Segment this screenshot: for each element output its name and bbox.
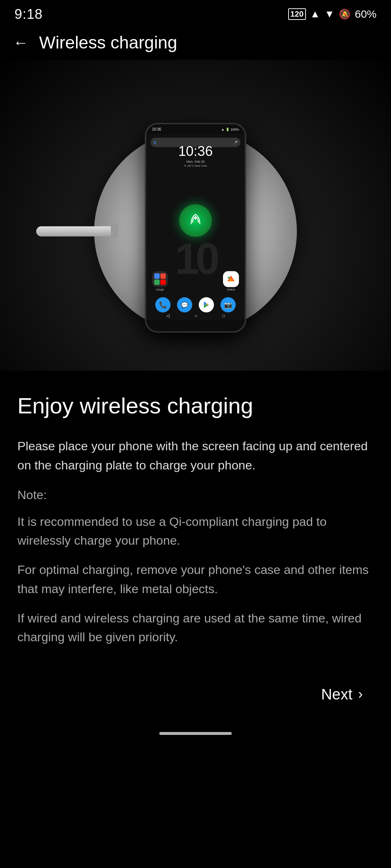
home-nav-btn: ○ (194, 313, 197, 318)
content-title: Enjoy wireless charging (17, 392, 374, 419)
note-label: Note: (17, 488, 374, 502)
battery-indicator: 60% (355, 8, 377, 20)
svg-point-2 (228, 277, 230, 279)
phone-battery-pct: 100% (231, 127, 239, 131)
wireless-charging-icon (188, 211, 203, 230)
phone-apps-area: Google Gallery (146, 271, 245, 291)
messages-icon: 💬 (177, 297, 192, 312)
signal-icon: ▼ (324, 8, 335, 20)
back-button[interactable]: ← (13, 34, 28, 51)
content-area: Enjoy wireless charging Please place you… (0, 371, 391, 671)
mute-icon: 🔕 (339, 9, 350, 20)
phone-clock-date: Mon, Feb 25 (146, 160, 245, 163)
phone-bottom-bar (146, 320, 245, 331)
phone-weather: ☀ 25°C New York (146, 164, 245, 167)
home-indicator-bar (159, 732, 232, 735)
page-title: Wireless charging (39, 33, 177, 52)
play-store-icon (199, 297, 214, 312)
hero-image: 10:36 ▲ 🔋 100% 10 G 🎤 10:36 Mon, Feb (0, 60, 391, 371)
yt-mini-icon (160, 280, 166, 285)
google-folder-label: Google (156, 288, 164, 291)
next-button[interactable]: Next › (310, 678, 374, 710)
phone-wifi-icon: ▲ (221, 127, 224, 131)
gallery-app: Gallery (223, 271, 239, 291)
wireless-charging-indicator (179, 204, 212, 237)
phone-call-icon: 📞 (155, 297, 171, 312)
phone-mockup: 10:36 ▲ 🔋 100% 10 G 🎤 10:36 Mon, Feb (145, 123, 246, 333)
next-arrow-icon: › (358, 686, 363, 702)
next-button-label: Next (321, 686, 352, 703)
main-description: Please place your phone with the screen … (17, 437, 374, 475)
phone-clock-time: 10:36 (146, 144, 245, 159)
phone-battery-icon: 🔋 (226, 127, 230, 131)
status-time: 9:18 (14, 7, 43, 22)
gmail-mini-icon (160, 273, 166, 279)
toolbar: ← Wireless charging (0, 25, 391, 60)
note-2: For optimal charging, remove your phone'… (17, 560, 374, 598)
note-1: It is recommended to use a Qi-compliant … (17, 512, 374, 550)
wifi-icon: ▲ (310, 8, 320, 20)
phone-nav: ◁ ○ □ (146, 313, 245, 318)
back-nav-btn: ◁ (166, 313, 169, 318)
phone-clock: 10:36 Mon, Feb 25 ☀ 25°C New York (146, 144, 245, 167)
maps-mini-icon (154, 280, 160, 285)
note-3: If wired and wireless charging are used … (17, 609, 374, 647)
recents-nav-btn: □ (222, 313, 225, 318)
phone-screen: 10 G 🎤 10:36 Mon, Feb 25 ☀ 25°C New York (146, 134, 245, 320)
phone-dock: 📞 💬 📷 (146, 297, 245, 312)
home-indicator (0, 725, 391, 746)
phone-clock-status: 10:36 (152, 127, 161, 131)
phone-status-icons: ▲ 🔋 100% (221, 127, 239, 131)
camera-icon: 📷 (220, 297, 236, 312)
google-folder: Google (152, 271, 168, 291)
refresh-rate-icon: 120 (288, 8, 306, 20)
svg-marker-6 (204, 302, 206, 305)
status-bar: 9:18 120 ▲ ▼ 🔕 60% (0, 0, 391, 25)
charging-cable (36, 226, 116, 237)
gallery-label: Gallery (227, 288, 235, 291)
next-button-area: Next › (0, 671, 391, 725)
folder-icon (152, 271, 168, 287)
gallery-icon (223, 271, 239, 287)
status-icons: 120 ▲ ▼ 🔕 60% (288, 8, 377, 20)
svg-marker-5 (204, 305, 209, 308)
google-mini-icon (154, 273, 160, 279)
phone-status-bar: 10:36 ▲ 🔋 100% (146, 124, 245, 134)
